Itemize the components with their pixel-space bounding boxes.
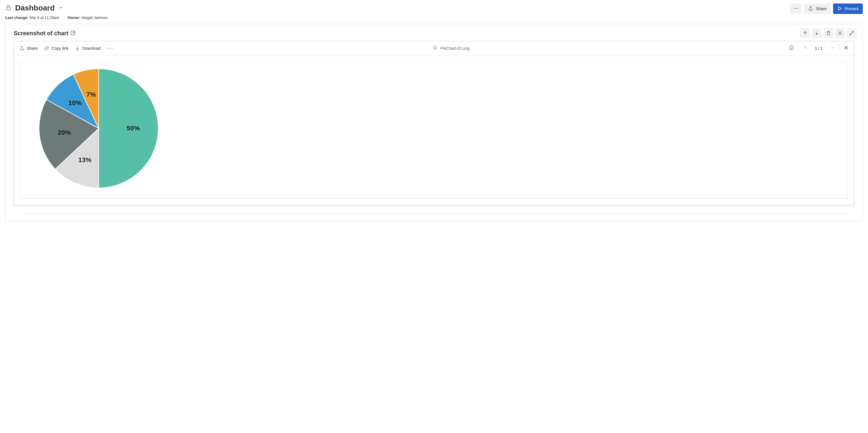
header-right: Share Present: [790, 3, 863, 14]
viewer-filename-text: PieChart-01.svg: [440, 46, 469, 51]
chevron-down-icon[interactable]: [58, 5, 63, 11]
viewer-page-counter: 1 / 1: [813, 46, 825, 51]
page-title: Dashboard: [15, 3, 55, 12]
last-change-label: Last change:: [5, 16, 29, 20]
header-left: Dashboard Last change: Mar 9 at 11:29am …: [5, 3, 108, 20]
owner-value: Abigail Jackson: [81, 16, 107, 20]
chart-canvas: 50%13%20%10%7%: [20, 62, 848, 198]
viewer-info-button[interactable]: [789, 45, 794, 51]
viewer-share-label: Share: [27, 46, 37, 51]
svg-point-7: [434, 47, 435, 48]
viewer-copy-link-label: Copy link: [52, 46, 68, 51]
pie-slice-label: 20%: [58, 129, 71, 136]
separator: [839, 45, 839, 52]
delete-button[interactable]: [824, 28, 833, 38]
viewer-close-button[interactable]: [843, 45, 849, 51]
pie-slice-label: 13%: [78, 156, 92, 164]
image-viewer: Share Copy link Download ··· PieChart-01…: [14, 41, 854, 205]
svg-point-5: [839, 33, 841, 34]
last-change-value: Mar 9 at 11:29am: [30, 16, 59, 20]
open-external-icon[interactable]: [70, 30, 76, 37]
ellipsis-icon: [793, 6, 799, 12]
share-button[interactable]: Share: [804, 3, 831, 14]
separator: [799, 45, 799, 52]
settings-button[interactable]: [835, 28, 845, 38]
panel-title-row: Screenshot of chart: [14, 30, 76, 37]
viewer-toolbar-left: Share Copy link Download ···: [19, 45, 114, 52]
present-button[interactable]: Present: [833, 3, 863, 14]
share-button-label: Share: [816, 6, 826, 11]
viewer-download-label: Download: [82, 46, 100, 51]
viewer-more-button[interactable]: ···: [107, 45, 114, 52]
viewer-body: 50%13%20%10%7%: [14, 55, 854, 205]
svg-point-3: [797, 8, 798, 8]
svg-point-2: [796, 8, 796, 8]
svg-rect-0: [7, 7, 10, 10]
owner-label: Owner:: [67, 16, 81, 20]
pie-slice-label: 10%: [68, 99, 82, 107]
move-up-button[interactable]: [800, 28, 810, 38]
play-icon: [837, 6, 842, 12]
title-row: Dashboard: [5, 3, 108, 12]
panel-header: Screenshot of chart: [5, 24, 863, 41]
meta-row: Last change: Mar 9 at 11:29am Owner: Abi…: [5, 16, 108, 20]
lock-open-icon: [5, 4, 12, 12]
expand-button[interactable]: [847, 28, 857, 38]
content-area: Screenshot of chart: [5, 24, 863, 221]
present-button-label: Present: [845, 6, 859, 11]
file-icon: [433, 45, 437, 51]
page-header: Dashboard Last change: Mar 9 at 11:29am …: [0, 0, 868, 22]
share-icon: [808, 6, 813, 12]
viewer-next-button[interactable]: [829, 45, 834, 51]
viewer-filename: PieChart-01.svg: [433, 45, 469, 51]
viewer-toolbar-right: 1 / 1: [789, 45, 849, 52]
panel-title: Screenshot of chart: [14, 30, 68, 37]
more-button[interactable]: [790, 3, 802, 14]
pie-chart: 50%13%20%10%7%: [37, 67, 160, 189]
separator-line: [20, 213, 848, 214]
svg-rect-6: [434, 46, 436, 50]
viewer-copy-link-button[interactable]: Copy link: [44, 46, 68, 51]
owner: Owner: Abigail Jackson: [67, 16, 108, 20]
viewer-toolbar: Share Copy link Download ··· PieChart-01…: [14, 41, 854, 55]
move-down-button[interactable]: [812, 28, 822, 38]
viewer-share-button[interactable]: Share: [19, 46, 37, 51]
panel-actions: [800, 28, 857, 38]
last-change: Last change: Mar 9 at 11:29am: [5, 16, 59, 20]
svg-point-1: [794, 8, 795, 8]
pie-slice-label: 50%: [127, 125, 140, 132]
viewer-prev-button[interactable]: [804, 45, 808, 51]
pie-slice-label: 7%: [87, 91, 96, 98]
viewer-download-button[interactable]: Download: [75, 46, 100, 51]
